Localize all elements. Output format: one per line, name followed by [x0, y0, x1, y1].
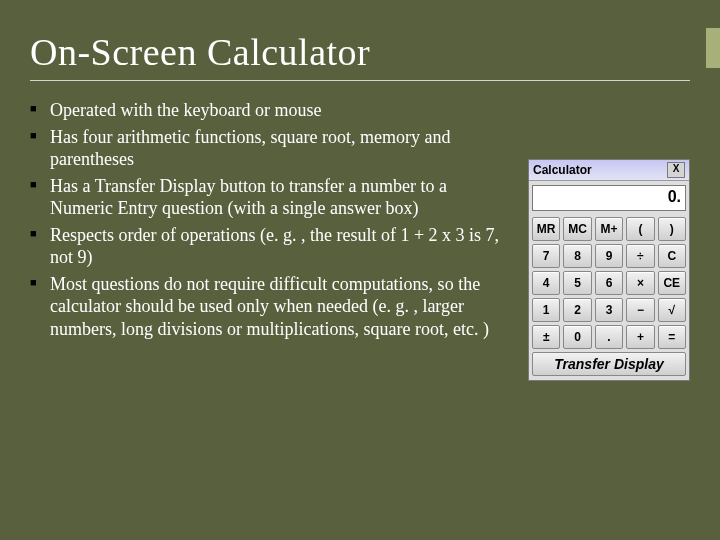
bullet-list: Operated with the keyboard or mouse Has … [30, 99, 528, 344]
calc-btn-plus[interactable]: + [626, 325, 654, 349]
close-button[interactable]: X [667, 162, 685, 178]
calc-btn-equals[interactable]: = [658, 325, 686, 349]
calc-btn-7[interactable]: 7 [532, 244, 560, 268]
calc-btn-0[interactable]: 0 [563, 325, 591, 349]
calc-btn-4[interactable]: 4 [532, 271, 560, 295]
calc-btn-rparen[interactable]: ) [658, 217, 686, 241]
calc-btn-2[interactable]: 2 [563, 298, 591, 322]
calculator-widget: Calculator X 0. MR MC M+ ( ) 7 8 9 ÷ C 4… [528, 159, 690, 381]
title-underline [30, 80, 690, 81]
calc-btn-ce[interactable]: CE [658, 271, 686, 295]
content-row: Operated with the keyboard or mouse Has … [30, 99, 690, 381]
calc-btn-plusminus[interactable]: ± [532, 325, 560, 349]
calc-btn-sqrt[interactable]: √ [658, 298, 686, 322]
calc-btn-mplus[interactable]: M+ [595, 217, 623, 241]
calc-btn-divide[interactable]: ÷ [626, 244, 654, 268]
bullet-item: Most questions do not require difficult … [30, 273, 514, 341]
title-accent [706, 28, 720, 68]
bullet-item: Operated with the keyboard or mouse [30, 99, 514, 122]
calc-btn-minus[interactable]: − [626, 298, 654, 322]
calc-btn-5[interactable]: 5 [563, 271, 591, 295]
calc-btn-6[interactable]: 6 [595, 271, 623, 295]
bullet-item: Has four arithmetic functions, square ro… [30, 126, 514, 171]
calc-btn-3[interactable]: 3 [595, 298, 623, 322]
calc-btn-mr[interactable]: MR [532, 217, 560, 241]
calc-btn-multiply[interactable]: × [626, 271, 654, 295]
slide: On-Screen Calculator Operated with the k… [0, 0, 720, 540]
calc-btn-9[interactable]: 9 [595, 244, 623, 268]
bullet-item: Respects order of operations (e. g. , th… [30, 224, 514, 269]
calc-btn-lparen[interactable]: ( [626, 217, 654, 241]
calculator-display: 0. [532, 185, 686, 211]
calc-btn-clear[interactable]: C [658, 244, 686, 268]
calc-btn-dot[interactable]: . [595, 325, 623, 349]
calc-btn-mc[interactable]: MC [563, 217, 591, 241]
calc-btn-1[interactable]: 1 [532, 298, 560, 322]
calculator-keypad: MR MC M+ ( ) 7 8 9 ÷ C 4 5 6 × CE 1 2 3 … [529, 214, 689, 352]
slide-title: On-Screen Calculator [30, 30, 690, 74]
bullet-item: Has a Transfer Display button to transfe… [30, 175, 514, 220]
calc-btn-8[interactable]: 8 [563, 244, 591, 268]
calculator-title: Calculator [533, 163, 592, 177]
calculator-titlebar: Calculator X [529, 160, 689, 181]
transfer-display-button[interactable]: Transfer Display [532, 352, 686, 376]
